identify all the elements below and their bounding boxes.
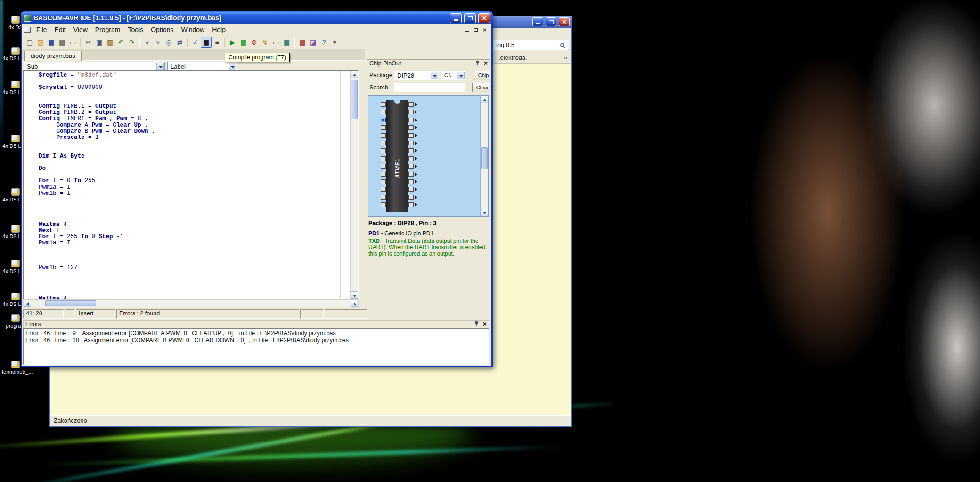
scroll-down-button[interactable]: [351, 291, 358, 299]
chip-pin[interactable]: [381, 187, 386, 192]
pin-panel-icon[interactable]: [474, 321, 479, 327]
chip-pin[interactable]: [408, 179, 414, 184]
code-text[interactable]: $regfile = "m8def.dat" $crystal = 800000…: [24, 71, 350, 299]
terminal-icon[interactable]: ▭: [270, 37, 281, 48]
chip-pin[interactable]: [381, 141, 386, 145]
scroll-left-button[interactable]: [24, 300, 31, 307]
pin-panel-icon[interactable]: [475, 61, 480, 66]
editor-horizontal-scrollbar[interactable]: [23, 299, 359, 307]
chip-pin[interactable]: [408, 118, 414, 122]
print-icon[interactable]: ▤: [57, 37, 67, 48]
export-icon[interactable]: ▤: [297, 37, 308, 48]
minimize-button[interactable]: [450, 13, 462, 23]
compile-icon[interactable]: ▦: [201, 37, 212, 48]
scroll-up-button[interactable]: [351, 71, 358, 78]
simulate-icon[interactable]: ▶: [227, 37, 238, 48]
clear-button[interactable]: Clear: [472, 83, 490, 92]
chip-pin[interactable]: [381, 172, 386, 177]
chip-search-input[interactable]: [394, 83, 466, 92]
chip-pin[interactable]: [381, 118, 386, 122]
chip-pin[interactable]: [408, 156, 414, 161]
mdi-close-button[interactable]: [481, 26, 489, 33]
emulator-chip-icon[interactable]: ▦: [238, 37, 249, 48]
chip-pin[interactable]: [381, 102, 386, 107]
chip-pin[interactable]: [408, 195, 414, 200]
program-chip-icon[interactable]: ↯: [260, 37, 270, 48]
scrollbar-thumb[interactable]: [351, 80, 358, 119]
chip-pin[interactable]: [408, 202, 414, 207]
editor-vertical-scrollbar[interactable]: [350, 71, 358, 299]
open-file-icon[interactable]: ▨: [35, 37, 46, 48]
chip-pin[interactable]: [381, 195, 386, 200]
scrollbar-thumb[interactable]: [481, 147, 488, 169]
chip-pin[interactable]: [408, 141, 414, 145]
menu-edit[interactable]: Edit: [51, 25, 70, 34]
chevron-down-icon[interactable]: [457, 72, 465, 79]
search-icon[interactable]: [560, 43, 564, 47]
chip-pin[interactable]: [408, 110, 414, 114]
chip-button[interactable]: Chip: [474, 71, 490, 80]
cut-icon[interactable]: ✂: [83, 37, 94, 48]
error-list-item[interactable]: Error : 46 Line : 9 Assignment error [CO…: [25, 330, 487, 337]
scrollbar-thumb[interactable]: [45, 300, 96, 306]
menu-options[interactable]: Options: [147, 25, 177, 34]
stop-icon[interactable]: ⊘: [249, 37, 260, 48]
print-preview-icon[interactable]: ▭: [67, 37, 78, 48]
menu-help[interactable]: Help: [208, 25, 229, 34]
indent-icon[interactable]: »: [153, 37, 163, 48]
chip-pin[interactable]: [381, 202, 386, 207]
menu-window[interactable]: Window: [177, 25, 208, 34]
chip-image[interactable]: ATMEL: [368, 95, 489, 217]
save-file-icon[interactable]: ▦: [46, 37, 57, 48]
maximize-button[interactable]: [464, 13, 476, 23]
chip-pin[interactable]: [408, 148, 414, 153]
find-icon[interactable]: ◎: [163, 37, 174, 48]
file-tab[interactable]: diody przym.bas: [24, 51, 82, 61]
chip-pin[interactable]: [381, 125, 386, 130]
code-editor[interactable]: $regfile = "m8def.dat" $crystal = 800000…: [23, 70, 359, 299]
chip-pin[interactable]: [408, 125, 414, 130]
chip-pin[interactable]: [381, 156, 386, 161]
copy-icon[interactable]: ▣: [94, 37, 105, 48]
chip-pin[interactable]: [381, 179, 386, 184]
close-panel-icon[interactable]: [483, 61, 488, 65]
scroll-right-button[interactable]: [351, 300, 358, 307]
mdi-child-icon[interactable]: [24, 27, 31, 33]
mdi-restore-button[interactable]: [472, 26, 480, 33]
menu-tools[interactable]: Tools: [124, 25, 147, 34]
bookmark-item[interactable]: .elektroda.: [498, 52, 527, 63]
chip-pin[interactable]: [408, 164, 414, 169]
graphic-converter-icon[interactable]: ◪: [308, 37, 318, 48]
close-button[interactable]: [478, 13, 490, 23]
chip-pin[interactable]: [381, 148, 386, 153]
chevron-down-icon[interactable]: [156, 63, 164, 71]
chip-scrollbar[interactable]: [480, 96, 488, 216]
show-result-icon[interactable]: ≡: [212, 37, 222, 48]
paste-icon[interactable]: ▥: [105, 37, 115, 48]
package-combo[interactable]: DIP28: [394, 71, 439, 80]
mdi-minimize-button[interactable]: [463, 26, 471, 33]
menu-program[interactable]: Program: [91, 25, 124, 34]
browser-close-button[interactable]: [559, 17, 570, 26]
bookmarks-overflow-chevron[interactable]: »: [564, 52, 567, 63]
ide-titlebar[interactable]: BASCOM-AVR IDE [1.11.9.5] - [F:\P2P\BAS\…: [21, 11, 493, 24]
undo-icon[interactable]: ↶: [115, 37, 126, 48]
redo-icon[interactable]: ↷: [126, 37, 137, 48]
browser-maximize-button[interactable]: [546, 17, 556, 26]
chip-pin[interactable]: [381, 133, 386, 138]
lcd-designer-icon[interactable]: ▦: [281, 37, 292, 48]
menu-view[interactable]: View: [70, 25, 91, 34]
browser-minimize-button[interactable]: [532, 17, 543, 26]
chip-file-combo[interactable]: C:\...: [441, 71, 466, 80]
outdent-icon[interactable]: «: [142, 37, 153, 48]
chevron-down-icon[interactable]: [431, 72, 438, 79]
chip-pin[interactable]: [408, 133, 414, 138]
error-list-item[interactable]: Error : 46 Line : 10 Assignment error [C…: [25, 337, 487, 344]
close-panel-icon[interactable]: [482, 322, 487, 326]
help-icon[interactable]: ?: [318, 37, 329, 48]
chip-pin[interactable]: [381, 110, 386, 114]
chip-pin[interactable]: [381, 164, 386, 169]
plugin-dropdown-icon[interactable]: ▾: [329, 37, 340, 48]
chip-pin[interactable]: [408, 172, 414, 177]
chip-pin[interactable]: [408, 187, 414, 192]
